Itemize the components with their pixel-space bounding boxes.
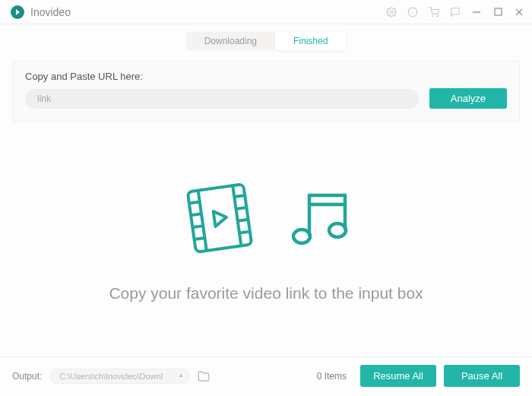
url-input[interactable] (25, 89, 419, 109)
close-icon[interactable] (514, 7, 524, 17)
svg-point-5 (432, 15, 433, 16)
analyze-button[interactable]: Analyze (429, 88, 507, 109)
item-count: 0 Items (317, 371, 347, 382)
url-panel: Copy and Paste URL here: Analyze (12, 61, 520, 122)
svg-line-12 (198, 190, 206, 250)
output-label: Output: (12, 371, 42, 382)
film-icon (178, 176, 261, 263)
output-path-select[interactable]: C:\Users\ch\Inovideo\Downl (49, 369, 190, 384)
url-row: Analyze (25, 88, 507, 109)
cart-icon[interactable] (429, 7, 439, 17)
empty-art (178, 176, 355, 263)
svg-line-14 (188, 201, 199, 203)
url-label: Copy and Paste URL here: (25, 71, 507, 82)
svg-point-6 (437, 15, 438, 16)
settings-icon[interactable] (386, 7, 397, 17)
minimize-icon[interactable] (471, 7, 482, 17)
svg-line-19 (236, 207, 246, 208)
pause-all-button[interactable]: Pause All (444, 365, 520, 387)
svg-rect-8 (495, 8, 502, 15)
app-name: Inovideo (30, 6, 71, 18)
svg-line-21 (239, 231, 249, 233)
info-icon[interactable] (407, 7, 418, 17)
title-bar-right (386, 7, 524, 17)
svg-point-1 (390, 11, 393, 14)
svg-point-26 (293, 230, 310, 243)
svg-line-15 (191, 214, 201, 215)
svg-point-27 (329, 223, 346, 237)
svg-line-16 (192, 226, 203, 227)
svg-line-18 (234, 195, 245, 197)
title-bar: Inovideo (0, 0, 532, 24)
title-bar-left: Inovideo (11, 5, 71, 19)
feedback-icon[interactable] (450, 7, 461, 17)
tabs: Downloading Finished (0, 24, 532, 55)
footer: Output: C:\Users\ch\Inovideo\Downl 0 Ite… (0, 356, 532, 396)
empty-state: Copy your favorite video link to the inp… (0, 122, 532, 356)
open-folder-icon[interactable] (198, 370, 210, 382)
maximize-icon[interactable] (492, 7, 503, 17)
tab-finished[interactable]: Finished (275, 32, 346, 50)
app-logo-icon (11, 5, 24, 19)
music-icon (283, 182, 355, 257)
tab-downloading[interactable]: Downloading (186, 32, 275, 50)
svg-line-17 (194, 237, 204, 239)
empty-message: Copy your favorite video link to the inp… (109, 284, 423, 303)
resume-all-button[interactable]: Resume All (360, 365, 436, 387)
svg-line-20 (237, 219, 248, 220)
